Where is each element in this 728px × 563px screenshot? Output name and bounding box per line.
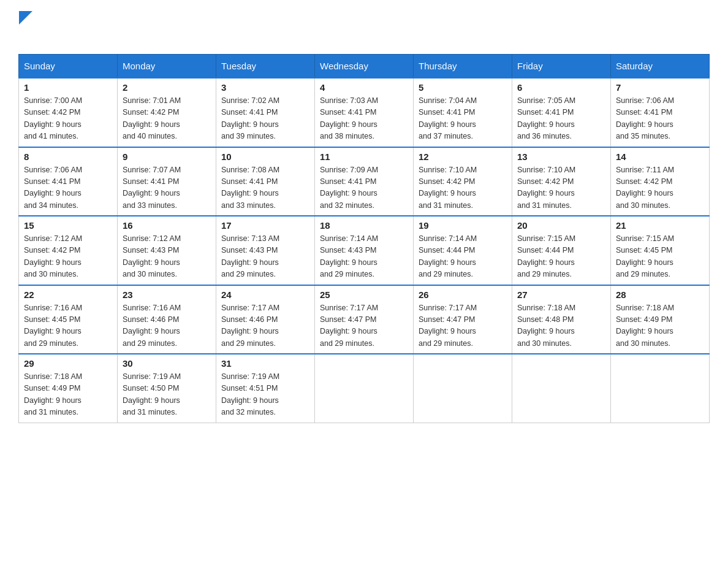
calendar-header-sunday: Sunday: [19, 55, 118, 79]
day-info: Sunrise: 7:06 AMSunset: 4:41 PMDaylight:…: [616, 96, 674, 140]
day-number: 7: [616, 82, 704, 93]
calendar-header-monday: Monday: [118, 55, 216, 79]
calendar-day-cell: 4 Sunrise: 7:03 AMSunset: 4:41 PMDayligh…: [315, 78, 414, 147]
calendar-week-row: 22 Sunrise: 7:16 AMSunset: 4:45 PMDaylig…: [19, 285, 710, 354]
day-info: Sunrise: 7:11 AMSunset: 4:42 PMDaylight:…: [616, 166, 674, 210]
page-header: [18, 12, 710, 43]
calendar-day-cell: [611, 354, 710, 423]
day-info: Sunrise: 7:17 AMSunset: 4:47 PMDaylight:…: [419, 304, 477, 348]
day-number: 23: [123, 289, 211, 300]
day-number: 13: [517, 151, 605, 162]
calendar-day-cell: 1 Sunrise: 7:00 AMSunset: 4:42 PMDayligh…: [19, 78, 118, 147]
day-number: 16: [123, 220, 211, 231]
calendar-header-friday: Friday: [512, 55, 611, 79]
day-number: 10: [221, 151, 309, 162]
day-info: Sunrise: 7:17 AMSunset: 4:46 PMDaylight:…: [221, 304, 279, 348]
calendar-day-cell: 26 Sunrise: 7:17 AMSunset: 4:47 PMDaylig…: [414, 285, 512, 354]
calendar-header-wednesday: Wednesday: [315, 55, 414, 79]
day-number: 1: [24, 82, 112, 93]
calendar-header-saturday: Saturday: [611, 55, 710, 79]
day-number: 8: [24, 151, 112, 162]
day-number: 11: [320, 151, 408, 162]
calendar-day-cell: 31 Sunrise: 7:19 AMSunset: 4:51 PMDaylig…: [216, 354, 315, 423]
calendar-week-row: 15 Sunrise: 7:12 AMSunset: 4:42 PMDaylig…: [19, 216, 710, 285]
day-number: 25: [320, 289, 408, 300]
day-number: 24: [221, 289, 309, 300]
day-info: Sunrise: 7:09 AMSunset: 4:41 PMDaylight:…: [320, 166, 378, 210]
day-number: 15: [24, 220, 112, 231]
calendar-day-cell: 30 Sunrise: 7:19 AMSunset: 4:50 PMDaylig…: [118, 354, 216, 423]
day-info: Sunrise: 7:10 AMSunset: 4:42 PMDaylight:…: [419, 166, 477, 210]
day-number: 3: [221, 82, 309, 93]
day-info: Sunrise: 7:17 AMSunset: 4:47 PMDaylight:…: [320, 304, 378, 348]
day-number: 26: [419, 289, 507, 300]
day-info: Sunrise: 7:05 AMSunset: 4:41 PMDaylight:…: [517, 96, 575, 140]
calendar-header-thursday: Thursday: [414, 55, 512, 79]
day-number: 2: [123, 82, 211, 93]
day-number: 20: [517, 220, 605, 231]
calendar-day-cell: 19 Sunrise: 7:14 AMSunset: 4:44 PMDaylig…: [414, 216, 512, 285]
calendar-day-cell: [414, 354, 512, 423]
day-info: Sunrise: 7:18 AMSunset: 4:49 PMDaylight:…: [24, 372, 82, 416]
day-number: 6: [517, 82, 605, 93]
calendar-day-cell: [512, 354, 611, 423]
day-number: 12: [419, 151, 507, 162]
calendar-table: SundayMondayTuesdayWednesdayThursdayFrid…: [18, 54, 710, 423]
day-info: Sunrise: 7:15 AMSunset: 4:45 PMDaylight:…: [616, 234, 674, 278]
day-info: Sunrise: 7:00 AMSunset: 4:42 PMDaylight:…: [24, 96, 82, 140]
calendar-day-cell: 28 Sunrise: 7:18 AMSunset: 4:49 PMDaylig…: [611, 285, 710, 354]
calendar-day-cell: 5 Sunrise: 7:04 AMSunset: 4:41 PMDayligh…: [414, 78, 512, 147]
day-info: Sunrise: 7:19 AMSunset: 4:51 PMDaylight:…: [221, 372, 279, 416]
day-number: 18: [320, 220, 408, 231]
calendar-day-cell: 13 Sunrise: 7:10 AMSunset: 4:42 PMDaylig…: [512, 147, 611, 216]
logo-text: [18, 12, 33, 26]
day-number: 19: [419, 220, 507, 231]
logo-icon: [19, 11, 32, 25]
calendar-day-cell: [315, 354, 414, 423]
calendar-day-cell: 8 Sunrise: 7:06 AMSunset: 4:41 PMDayligh…: [19, 147, 118, 216]
calendar-day-cell: 12 Sunrise: 7:10 AMSunset: 4:42 PMDaylig…: [414, 147, 512, 216]
day-info: Sunrise: 7:16 AMSunset: 4:45 PMDaylight:…: [24, 304, 82, 348]
calendar-day-cell: 21 Sunrise: 7:15 AMSunset: 4:45 PMDaylig…: [611, 216, 710, 285]
calendar-week-row: 8 Sunrise: 7:06 AMSunset: 4:41 PMDayligh…: [19, 147, 710, 216]
calendar-day-cell: 17 Sunrise: 7:13 AMSunset: 4:43 PMDaylig…: [216, 216, 315, 285]
day-number: 14: [616, 151, 704, 162]
day-number: 30: [123, 358, 211, 369]
day-number: 17: [221, 220, 309, 231]
day-info: Sunrise: 7:02 AMSunset: 4:41 PMDaylight:…: [221, 96, 279, 140]
day-number: 22: [24, 289, 112, 300]
calendar-day-cell: 3 Sunrise: 7:02 AMSunset: 4:41 PMDayligh…: [216, 78, 315, 147]
calendar-day-cell: 24 Sunrise: 7:17 AMSunset: 4:46 PMDaylig…: [216, 285, 315, 354]
day-info: Sunrise: 7:18 AMSunset: 4:49 PMDaylight:…: [616, 304, 674, 348]
day-number: 9: [123, 151, 211, 162]
day-number: 31: [221, 358, 309, 369]
calendar-week-row: 29 Sunrise: 7:18 AMSunset: 4:49 PMDaylig…: [19, 354, 710, 423]
calendar-day-cell: 23 Sunrise: 7:16 AMSunset: 4:46 PMDaylig…: [118, 285, 216, 354]
day-info: Sunrise: 7:14 AMSunset: 4:44 PMDaylight:…: [419, 234, 477, 278]
calendar-day-cell: 6 Sunrise: 7:05 AMSunset: 4:41 PMDayligh…: [512, 78, 611, 147]
day-info: Sunrise: 7:18 AMSunset: 4:48 PMDaylight:…: [517, 304, 575, 348]
day-number: 5: [419, 82, 507, 93]
day-info: Sunrise: 7:14 AMSunset: 4:43 PMDaylight:…: [320, 234, 378, 278]
calendar-day-cell: 25 Sunrise: 7:17 AMSunset: 4:47 PMDaylig…: [315, 285, 414, 354]
day-info: Sunrise: 7:16 AMSunset: 4:46 PMDaylight:…: [123, 304, 181, 348]
day-number: 4: [320, 82, 408, 93]
calendar-day-cell: 22 Sunrise: 7:16 AMSunset: 4:45 PMDaylig…: [19, 285, 118, 354]
day-info: Sunrise: 7:19 AMSunset: 4:50 PMDaylight:…: [123, 372, 181, 416]
day-number: 21: [616, 220, 704, 231]
day-info: Sunrise: 7:15 AMSunset: 4:44 PMDaylight:…: [517, 234, 575, 278]
calendar-day-cell: 29 Sunrise: 7:18 AMSunset: 4:49 PMDaylig…: [19, 354, 118, 423]
day-info: Sunrise: 7:04 AMSunset: 4:41 PMDaylight:…: [419, 96, 477, 140]
day-info: Sunrise: 7:12 AMSunset: 4:43 PMDaylight:…: [123, 234, 181, 278]
calendar-header-row: SundayMondayTuesdayWednesdayThursdayFrid…: [19, 55, 710, 79]
calendar-header-tuesday: Tuesday: [216, 55, 315, 79]
day-number: 27: [517, 289, 605, 300]
day-number: 28: [616, 289, 704, 300]
calendar-day-cell: 15 Sunrise: 7:12 AMSunset: 4:42 PMDaylig…: [19, 216, 118, 285]
calendar-day-cell: 11 Sunrise: 7:09 AMSunset: 4:41 PMDaylig…: [315, 147, 414, 216]
day-number: 29: [24, 358, 112, 369]
calendar-day-cell: 7 Sunrise: 7:06 AMSunset: 4:41 PMDayligh…: [611, 78, 710, 147]
calendar-day-cell: 27 Sunrise: 7:18 AMSunset: 4:48 PMDaylig…: [512, 285, 611, 354]
calendar-day-cell: 2 Sunrise: 7:01 AMSunset: 4:42 PMDayligh…: [118, 78, 216, 147]
calendar-day-cell: 18 Sunrise: 7:14 AMSunset: 4:43 PMDaylig…: [315, 216, 414, 285]
